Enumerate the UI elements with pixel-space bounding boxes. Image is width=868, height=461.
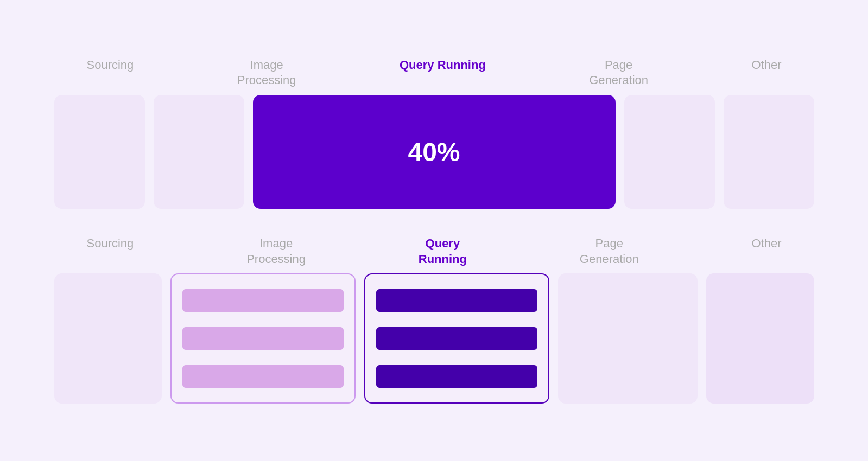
bottom-label-image-processing: ImageProcessing [246, 236, 306, 267]
bottom-card-page-generation [558, 273, 698, 404]
top-card-other [724, 95, 814, 209]
query-bar-2 [376, 327, 537, 350]
image-bar-2 [182, 327, 344, 350]
bottom-label-query-running: QueryRunning [419, 236, 467, 267]
bottom-card-sourcing [54, 273, 162, 404]
query-bar-3 [376, 365, 537, 388]
image-bar-1 [182, 289, 344, 312]
top-cards: 40% [54, 95, 814, 209]
top-label-sourcing: Sourcing [87, 57, 134, 88]
bottom-card-image-processing [170, 273, 356, 404]
bottom-cards [54, 273, 814, 404]
top-card-sourcing [54, 95, 145, 209]
query-bar-1 [376, 289, 537, 312]
bottom-card-other [706, 273, 814, 404]
top-card-image-processing [154, 95, 244, 209]
bottom-label-sourcing: Sourcing [87, 236, 134, 267]
query-running-percent: 40% [408, 137, 460, 167]
top-card-query-running: 40% [253, 95, 616, 209]
bottom-card-query-running [364, 273, 549, 404]
top-label-image-processing: ImageProcessing [237, 57, 296, 88]
image-bar-3 [182, 365, 344, 388]
bottom-labels: Sourcing ImageProcessing QueryRunning Pa… [54, 236, 814, 267]
top-card-page-generation [624, 95, 715, 209]
top-section: Sourcing ImageProcessing Query Running P… [54, 57, 814, 209]
top-label-other: Other [751, 57, 781, 88]
bottom-label-other: Other [751, 236, 781, 267]
bottom-section: Sourcing ImageProcessing QueryRunning Pa… [54, 236, 814, 404]
top-labels: Sourcing ImageProcessing Query Running P… [54, 57, 814, 88]
top-label-page-generation: PageGeneration [589, 57, 648, 88]
top-label-query-running: Query Running [400, 57, 486, 88]
bottom-label-page-generation: PageGeneration [580, 236, 639, 267]
